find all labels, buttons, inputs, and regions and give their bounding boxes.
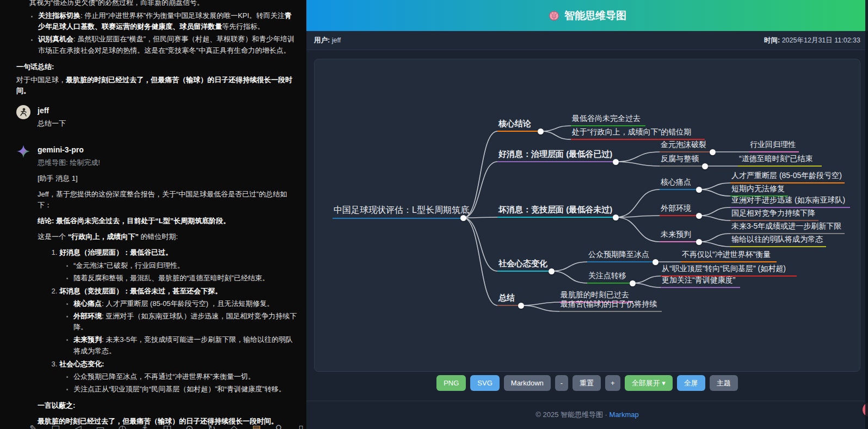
copyright-text: © 2025 智能思维导图 · [535, 410, 607, 419]
refresh-icon[interactable]: ↻ [207, 423, 217, 429]
edit-icon[interactable]: ✎ [28, 423, 38, 429]
mindmap-node[interactable]: 坏消息：竞技层面 (最低谷未过) [497, 205, 614, 218]
mindmap-collapse-circle[interactable] [696, 187, 702, 193]
assistant-status: 思维导图: 绘制完成! [38, 157, 298, 168]
save-icon[interactable]: ◫ [162, 423, 172, 429]
mindmap-node[interactable]: 不再仅以“冲进世界杯”衡量 [681, 250, 777, 262]
mindmap-node[interactable]: 反腐与整顿 [660, 154, 703, 167]
mindmap-node[interactable]: 核心痛点 [660, 177, 697, 190]
image-icon[interactable]: ▭ [95, 423, 105, 429]
toolbar-button-+[interactable]: + [605, 375, 620, 391]
mindmap-node[interactable]: 处于“行政向上，成绩向下”的错位期 [571, 127, 705, 140]
chat-scroll-area[interactable]: 其视为“偿还历史欠债”的必然过程，而非新的崩盘信号。 关注指标切换: 停止用“冲… [0, 0, 306, 429]
mindmap-collapse-circle[interactable] [460, 215, 466, 221]
toolbar-button-主题[interactable]: 主题 [710, 375, 738, 391]
mindmap-node[interactable]: 好消息：治理层面 (最低谷已过) [497, 149, 614, 162]
mindmap-node[interactable]: 未来预判 [660, 230, 697, 242]
mindmap-node[interactable]: 核心结论 [497, 119, 539, 132]
mindmap-collapse-circle[interactable] [652, 259, 658, 265]
mindmap-node[interactable]: 最低谷尚未完全过去 [571, 114, 645, 126]
sub-item: 核心痛点: 人才严重断层 (85-05年龄段亏空) ，且无法短期修复。 [73, 298, 298, 309]
mindmap-node[interactable]: 更加关注“青训健康度” [661, 275, 740, 288]
time-info: 时间: 2025年12月31日 11:02:33 [764, 36, 860, 45]
list-item: 社会心态变化: 公众预期已降至冰点，不再通过“冲进世界杯”来衡量一切。 关注点正… [59, 359, 298, 395]
mindmap-node[interactable]: 短期内无法修复 [730, 184, 788, 197]
assistant-period: 这是一个 “行政向上，成绩向下” 的错位时期: [38, 231, 298, 242]
mindmap-collapse-circle[interactable] [696, 239, 702, 245]
trash-icon[interactable]: ⬓ [51, 423, 60, 429]
mindmap-node[interactable]: 未来3-5年成绩或进一步刷新下限 [730, 222, 845, 234]
mindmap-node[interactable]: “道德至暗时刻”已结束 [738, 154, 822, 167]
mindmap-node[interactable]: 公众预期降至冰点 [587, 250, 654, 262]
chat-paragraph-continuation: 其视为“偿还历史欠债”的必然过程，而非新的崩盘信号。 [16, 0, 298, 8]
user-name: jeff [38, 105, 66, 117]
list-item: 好消息（治理层面）：最低谷已过。 “金元泡沫”已破裂，行业回归理性。 随着反腐和… [59, 247, 298, 283]
mindmap-canvas[interactable]: 中国足球现状评估：L型长周期筑底核心结论最低谷尚未完全过去处于“行政向上，成绩向… [314, 59, 860, 372]
mindmap-node[interactable]: 外部环境 [660, 204, 697, 216]
user-pin-icon[interactable]: ⚲ [274, 423, 284, 429]
mindmap-node[interactable]: 亚洲对手进步迅速 (如东南亚球队) [730, 195, 850, 208]
assistant-name: gemini-3-pro [38, 144, 298, 156]
document-icon[interactable]: ▯ [296, 423, 306, 429]
screen: 其视为“偿还历史欠债”的必然过程，而非新的崩盘信号。 关注指标切换: 停止用“冲… [0, 0, 868, 429]
mindmap-node[interactable]: 最痛苦(输球)的日子仍将持续 [559, 299, 662, 312]
mindmap-node[interactable]: 总结 [497, 293, 519, 306]
sub-item: “金元泡沫”已破裂，行业回归理性。 [73, 260, 298, 271]
list-item: 坏消息（竞技层面）：最低谷未过，甚至还会下探。 核心痛点: 人才严重断层 (85… [59, 286, 298, 357]
footer-divider [306, 401, 868, 401]
mindmap-node[interactable]: 行业回归理性 [749, 140, 799, 152]
mindmap-node[interactable]: 国足相对竞争力持续下降 [730, 209, 818, 221]
sub-item: 外部环境: 亚洲对手（如东南亚球队）进步迅速，国足相对竞争力持续下降。 [73, 311, 298, 333]
markmap-link[interactable]: Markmap [610, 410, 639, 419]
mindmap-collapse-circle[interactable] [630, 280, 636, 286]
mindmap-nodes: 中国足球现状评估：L型长周期筑底核心结论最低谷尚未完全过去处于“行政向上，成绩向… [315, 59, 860, 372]
assistant-conclusion: 结论: 最低谷尚未完全过去，目前处于“L型”长周期筑底阶段。 [38, 216, 298, 226]
jeff-avatar[interactable] [16, 105, 30, 119]
toolbar-button-markdown[interactable]: Markdown [504, 375, 551, 391]
toolbar-button-重置[interactable]: 重置 [572, 375, 601, 391]
assistant-numbered-list: 好消息（治理层面）：最低谷已过。 “金元泡沫”已破裂，行业回归理性。 随着反腐和… [38, 247, 298, 395]
toolbar-button-全屏[interactable]: 全屏 [677, 375, 705, 391]
assistant-body: [助手 消息 1] Jeff，基于您提供的这份深度整合报告，关于“中国足球最低谷… [38, 173, 298, 427]
mindmap-node[interactable]: 中国足球现状评估：L型长周期筑底 [333, 205, 461, 219]
speaker-icon[interactable]: ◁ [73, 423, 83, 429]
mindmap-node[interactable]: 关注点转移 [587, 271, 631, 284]
final-label: 一言以蔽之: [38, 400, 298, 411]
mindmap-node[interactable]: 输给以往的弱队将成为常态 [730, 235, 826, 247]
mindmap-collapse-circle[interactable] [696, 213, 702, 219]
sub-item: 未来预判: 未来3-5年，竞技成绩可能进一步刷新下限，输给以往的弱队将成为常态。 [73, 334, 298, 356]
mindmap-node[interactable]: 社会心态变化 [497, 259, 550, 272]
mindmap-collapse-circle[interactable] [702, 163, 708, 169]
anchor-icon[interactable]: ⚓ [140, 423, 150, 429]
toolbar-button--[interactable]: - [555, 375, 568, 391]
app-header: 智能思维导图 [306, 0, 868, 31]
mindmap-collapse-circle[interactable] [710, 149, 716, 155]
chat-panel: 其视为“偿还历史欠债”的必然过程，而非新的崩盘信号。 关注指标切换: 停止用“冲… [0, 0, 306, 429]
gemini-star-icon [16, 144, 30, 158]
info-bar: 用户: jeff 时间: 2025年12月31日 11:02:33 [306, 31, 868, 50]
gift-icon[interactable]: ⬙ [229, 423, 239, 429]
user-text: 总结一下 [38, 118, 66, 129]
mindmap-collapse-circle[interactable] [613, 159, 619, 165]
user-info: 用户: jeff [314, 36, 341, 45]
mindmap-node[interactable]: 从“职业顶层”转向“民间基层” (如村超) [661, 264, 797, 277]
mindmap-collapse-circle[interactable] [518, 303, 524, 309]
folder-icon[interactable]: ▤ [251, 423, 261, 429]
toolbar-button-svg[interactable]: SVG [470, 375, 499, 391]
sub-item: 公众预期已降至冰点，不再通过“冲进世界杯”来衡量一切。 [73, 371, 298, 382]
assistant-tag: [助手 消息 1] [38, 173, 298, 184]
mindmap-collapse-circle[interactable] [538, 128, 544, 134]
mindmap-node[interactable]: 人才严重断层 (85-05年龄段亏空) [730, 171, 845, 183]
toolbar-button-png[interactable]: PNG [436, 375, 466, 391]
toolbar-button-全部展开[interactable]: 全部展开 ▾ [625, 375, 673, 391]
mindmap-collapse-circle[interactable] [613, 214, 619, 220]
info-icon[interactable]: ⊙ [184, 423, 194, 429]
mindmap-collapse-circle[interactable] [549, 268, 555, 274]
chat-bullet: 识别真机会: 虽然职业层面在“横盘”，但民间赛事（村超、草根联赛）和青少年培训市… [38, 34, 298, 56]
page-scrollbar[interactable] [865, 0, 868, 429]
sub-item: 关注点正从“职业顶层”向“民间基层（如村超）”和“青训健康度”转移。 [73, 384, 298, 395]
clock-icon[interactable]: ◷ [118, 423, 127, 429]
sub-item: 随着反腐和整顿，最混乱、最肮脏的“道德至暗时刻”已经结束。 [73, 273, 298, 284]
mindmap-node[interactable]: 金元泡沫破裂 [660, 140, 711, 152]
mindmap-toolbar: PNGSVGMarkdown-重置+全部展开 ▾全屏主题 [306, 375, 868, 391]
